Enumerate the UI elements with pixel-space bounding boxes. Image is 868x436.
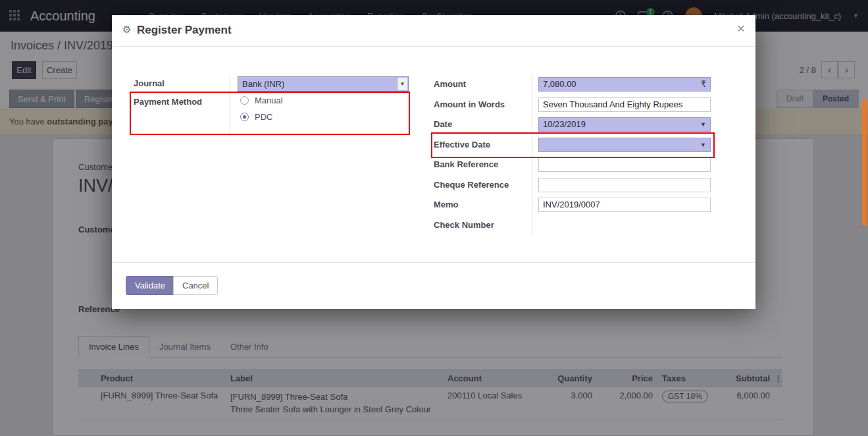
journal-value: Bank (INR) <box>242 79 284 89</box>
select-arrow-icon[interactable]: ▼ <box>397 78 407 90</box>
date-label: Date <box>434 119 452 129</box>
journal-select[interactable]: Bank (INR) ▼ <box>238 76 409 92</box>
radio-manual-label: Manual <box>255 95 283 105</box>
highlight-strip <box>862 99 867 226</box>
cheque-reference-input[interactable] <box>538 178 711 192</box>
radio-manual[interactable]: Manual <box>240 95 283 105</box>
amount-value: 7,080.00 <box>543 79 576 89</box>
register-payment-dialog: ⚙ Register Payment × Journal Bank (INR) … <box>112 15 755 309</box>
check-number-label: Check Number <box>434 220 494 230</box>
bank-reference-label: Bank Reference <box>434 159 498 169</box>
date-value: 10/23/2019 <box>543 119 586 129</box>
close-icon[interactable]: × <box>737 21 745 35</box>
validate-button[interactable]: Validate <box>126 276 174 295</box>
effective-date-label: Effective Date <box>434 140 490 150</box>
amount-label: Amount <box>434 79 466 89</box>
cancel-button[interactable]: Cancel <box>173 276 218 295</box>
dropdown-caret-icon[interactable]: ▼ <box>700 138 706 151</box>
memo-input[interactable]: INV/2019/0007 <box>538 198 711 212</box>
footer-divider <box>112 262 755 263</box>
bank-reference-input[interactable] <box>538 157 711 172</box>
amount-in-words-value: Seven Thousand And Eighty Rupees <box>543 99 682 109</box>
memo-value: INV/2019/0007 <box>543 200 600 209</box>
journal-label: Journal <box>134 78 165 88</box>
radio-checked-icon[interactable] <box>240 113 249 121</box>
dropdown-caret-icon[interactable]: ▼ <box>700 118 706 131</box>
date-input[interactable]: ▼ 10/23/2019 <box>538 117 711 132</box>
amount-in-words-input[interactable]: Seven Thousand And Eighty Rupees <box>538 97 711 112</box>
amount-in-words-label: Amount in Words <box>434 99 505 109</box>
cheque-reference-label: Cheque Reference <box>434 180 509 190</box>
screen: Accounting Overview Customers Vendors Ac… <box>0 0 868 436</box>
header-divider <box>112 46 755 47</box>
payment-method-label: Payment Method <box>134 97 202 107</box>
radio-unchecked-icon[interactable] <box>240 96 249 105</box>
amount-input[interactable]: ₹ 7,080.00 <box>538 77 711 92</box>
left-column-divider <box>230 74 230 137</box>
dialog-title: Register Payment <box>137 24 232 37</box>
memo-label: Memo <box>434 200 459 209</box>
right-column-divider <box>532 74 532 236</box>
radio-pdc-label: PDC <box>255 112 272 122</box>
radio-pdc[interactable]: PDC <box>240 112 272 122</box>
effective-date-input[interactable]: ▼ <box>538 138 711 152</box>
gear-icon: ⚙ <box>122 24 131 36</box>
currency-symbol: ₹ <box>701 78 706 91</box>
